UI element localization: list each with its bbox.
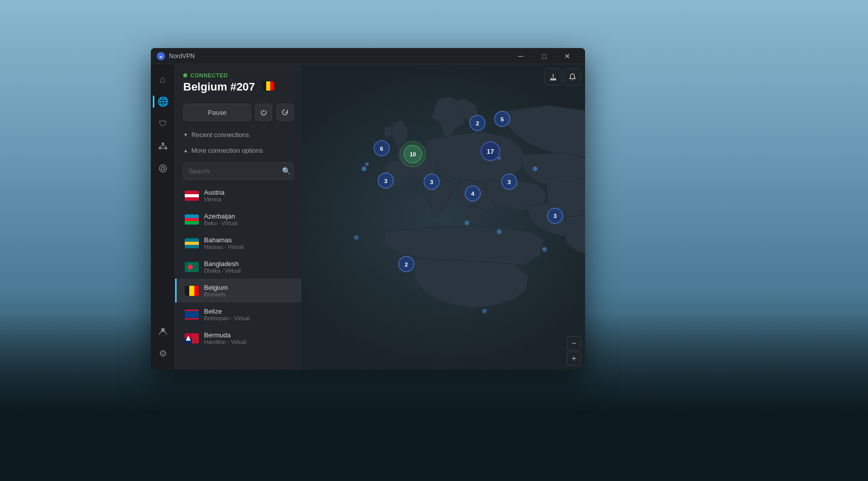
minimize-button[interactable]: ─ [509,48,532,64]
list-item-austria[interactable]: Austria Vienna [175,184,302,207]
flag-belize [185,310,199,320]
flag-austria [185,191,199,201]
country-name-bermuda: Bermuda [204,331,246,339]
svg-point-43 [497,229,502,234]
country-list: Austria Vienna Azerbaijan Baku - Virtual [175,184,302,370]
country-name-azerbaijan: Azerbaijan [204,212,237,220]
left-panel: CONNECTED Belgium #207 Pause [175,64,302,370]
svg-point-45 [482,309,487,313]
accordion-arrow-recent: ▼ [183,132,188,138]
svg-text:3: 3 [430,179,434,185]
zoom-out-button[interactable]: − [567,336,581,351]
list-item-belize[interactable]: Belize Belmopan - Virtual [175,302,302,326]
svg-text:2: 2 [405,261,408,268]
pause-button[interactable]: Pause [183,104,251,121]
country-info-belize: Belize Belmopan - Virtual [204,308,250,321]
action-buttons: Pause [175,104,302,127]
sidebar-item-meshnet[interactable] [153,136,173,156]
flag-bermuda [185,333,199,343]
accordion-arrow-more: ▲ [183,148,188,153]
maximize-button[interactable]: □ [532,48,556,64]
sidebar: ⌂ 🌐 🛡 [151,64,175,370]
svg-text:17: 17 [487,148,494,155]
country-city-bangladesh: Dhaka - Virtual [204,268,241,274]
svg-point-13 [365,162,369,166]
country-name-belgium: Belgium [204,284,228,291]
sidebar-item-home[interactable]: ⌂ [153,69,173,90]
svg-point-11 [572,79,573,80]
svg-text:5: 5 [501,116,504,122]
connection-status-area: CONNECTED Belgium #207 [175,64,302,104]
zoom-in-button[interactable]: + [567,352,581,366]
search-container: 🔍 [175,158,302,184]
sidebar-item-vpn[interactable]: 🌐 [153,92,173,112]
window-title: NordVPN [169,53,509,60]
download-map-button[interactable] [545,68,562,85]
flag-belgium [185,286,199,296]
country-name-austria: Austria [204,189,224,196]
status-badge: CONNECTED [183,72,294,78]
svg-point-46 [354,235,358,240]
sidebar-item-shield[interactable]: 🛡 [153,114,173,134]
svg-point-6 [159,165,167,172]
search-input[interactable] [183,162,294,180]
list-item-bermuda[interactable]: Bermuda Hamilton - Virtual [175,326,302,350]
accordion-label-recent: Recent connections [191,131,249,139]
svg-point-0 [161,143,164,145]
svg-rect-10 [550,79,556,80]
svg-text:2: 2 [476,120,479,126]
map-zoom-controls: − + [567,336,581,366]
flag-bahamas [185,238,199,248]
status-text: CONNECTED [190,72,228,78]
country-info-austria: Austria Vienna [204,189,224,202]
flag-azerbaijan [185,214,199,225]
country-name-belize: Belize [204,308,250,315]
svg-line-4 [163,145,166,147]
accordion-label-more: More connection options [191,147,263,154]
svg-text:3: 3 [553,212,557,219]
svg-text:4: 4 [471,190,475,197]
svg-point-42 [465,221,469,225]
sidebar-item-settings[interactable]: ⚙ [153,343,173,364]
country-city-austria: Vienna [204,196,224,202]
list-item-belgium[interactable]: Belgium Brussels [175,279,302,302]
svg-point-7 [161,167,164,170]
svg-point-40 [362,166,366,171]
country-name-bahamas: Bahamas [204,236,243,244]
svg-point-44 [542,247,547,251]
sidebar-item-account[interactable] [153,321,173,341]
disconnect-button[interactable] [255,104,272,121]
server-name: Belgium #207 [183,80,294,94]
svg-text:6: 6 [380,145,384,152]
world-map: 10 2 5 17 6 3 [302,64,585,370]
accordion-recent-connections[interactable]: ▼ Recent connections [175,127,302,143]
reconnect-button[interactable] [276,104,294,121]
svg-text:3: 3 [384,178,388,184]
country-city-bermuda: Hamilton - Virtual [204,339,246,345]
close-button[interactable]: ✕ [556,48,579,64]
svg-point-2 [164,147,167,150]
notification-button[interactable] [564,68,581,85]
main-content: CONNECTED Belgium #207 Pause [175,64,585,370]
map-toolbar [545,68,581,85]
country-flag-be [262,81,274,91]
svg-text:3: 3 [508,179,511,185]
list-item-bahamas[interactable]: Bahamas Nassau - Virtual [175,231,302,255]
country-city-belize: Belmopan - Virtual [204,315,250,321]
app-window: NordVPN ─ □ ✕ ⌂ 🌐 🛡 [151,48,585,370]
svg-point-41 [533,166,538,171]
country-name-bangladesh: Bangladesh [204,260,241,268]
app-body: ⌂ 🌐 🛡 [151,64,585,370]
list-item-bangladesh[interactable]: Bangladesh Dhaka - Virtual [175,255,302,279]
accordion-more-options[interactable]: ▲ More connection options [175,143,302,158]
country-info-bermuda: Bermuda Hamilton - Virtual [204,331,246,345]
sidebar-item-darkweb[interactable] [153,158,173,179]
country-city-azerbaijan: Baku - Virtual [204,220,237,226]
country-info-bangladesh: Bangladesh Dhaka - Virtual [204,260,241,274]
map-panel: 10 2 5 17 6 3 [302,64,585,370]
list-item-azerbaijan[interactable]: Azerbaijan Baku - Virtual [175,207,302,231]
svg-line-3 [160,145,163,147]
country-info-belgium: Belgium Brussels [204,284,228,297]
flag-bangladesh [185,262,199,272]
country-city-bahamas: Nassau - Virtual [204,244,243,250]
